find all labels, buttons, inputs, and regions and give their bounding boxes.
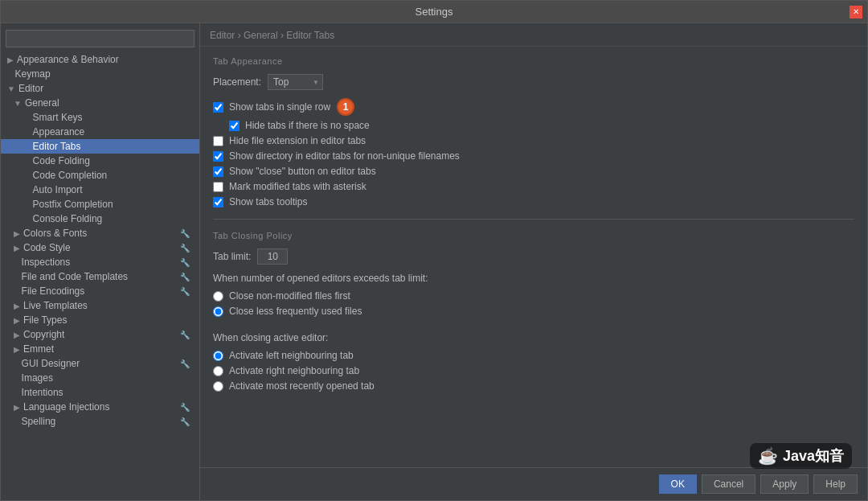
sidebar-label: Code Style [23,242,71,253]
tab-limit-input[interactable] [257,248,288,265]
checkbox-row-show-directory: Show directory in editor tabs for non-un… [213,150,854,162]
radio-close-less-frequent[interactable] [213,306,223,317]
button-bar: OK Cancel Apply Help [200,467,867,500]
title-bar: Settings ✕ [1,1,867,23]
sidebar-item-general[interactable]: ▼General [1,96,199,110]
tab-limit-label: Tab limit: [213,251,251,262]
section-divider-1 [213,219,854,220]
sidebar-label: Code Completion [33,170,108,181]
sidebar-item-intentions[interactable]: Intentions [1,385,199,400]
watermark: ☕ Java知音 [750,443,852,469]
close-button[interactable]: ✕ [850,6,862,18]
wrench-icon: 🔧 [180,287,190,296]
sidebar-item-code-style[interactable]: ▶Code Style🔧 [1,240,199,255]
radio-label-activate-recent[interactable]: Activate most recently opened tab [229,380,375,392]
sidebar-label: Copyright [23,329,64,340]
radio-row-close-non-modified: Close non-modified files first [213,290,854,302]
sidebar-item-inspections[interactable]: Inspections🔧 [1,255,199,269]
sidebar-item-file-code-templates[interactable]: File and Code Templates🔧 [1,269,199,284]
sidebar-item-language-injections[interactable]: ▶Language Injections🔧 [1,400,199,414]
checkbox-hide-no-space[interactable] [229,121,240,131]
apply-button[interactable]: Apply [760,474,809,494]
arrow-icon: ▼ [7,84,15,93]
radio-row-activate-recent: Activate most recently opened tab [213,380,854,392]
radio-label-activate-left[interactable]: Activate left neighbouring tab [229,350,354,361]
arrow-icon: ▶ [14,302,20,310]
checkbox-row-hide-no-space: Hide tabs if there is no space [213,120,854,131]
wrench-icon: 🔧 [180,359,190,368]
help-button[interactable]: Help [813,474,858,494]
sidebar-item-auto-import[interactable]: Auto Import [1,183,199,197]
settings-window: Settings ✕ ▶Appearance & Behavior Keymap… [0,0,868,501]
sidebar-label: Colors & Fonts [23,228,87,239]
watermark-text: Java知音 [783,446,844,466]
sidebar-item-images[interactable]: Images [1,371,199,385]
checkbox-row-single-row: Show tabs in single row1 [213,98,854,116]
placement-select-wrapper[interactable]: TopBottomLeftRightNone [268,74,323,90]
sidebar-item-spelling[interactable]: Spelling🔧 [1,414,199,429]
tab-appearance-section: Tab Appearance Placement: TopBottomLeftR… [213,56,854,207]
checkbox-label-show-close[interactable]: Show "close" button on editor tabs [229,166,376,177]
radio-label-close-non-modified[interactable]: Close non-modified files first [229,290,350,302]
checkbox-label-single-row[interactable]: Show tabs in single row [229,101,330,113]
breadcrumb: Editor › General › Editor Tabs [200,23,867,47]
sidebar-label: Keymap [15,68,51,80]
checkbox-hide-extension[interactable] [213,136,223,146]
sidebar-item-code-folding[interactable]: Code Folding [1,154,199,168]
sidebar-item-copyright[interactable]: ▶Copyright🔧 [1,327,199,342]
sidebar-item-colors-fonts[interactable]: ▶Colors & Fonts🔧 [1,226,199,240]
arrow-icon: ▶ [14,316,20,325]
when-exceeds-label: When number of opened editors exceeds ta… [213,273,854,284]
ok-button[interactable]: OK [659,474,697,494]
sidebar-item-appearance[interactable]: Appearance [1,125,199,139]
checkbox-single-row[interactable] [213,102,223,113]
radio-close-non-modified[interactable] [213,291,223,302]
sidebar-item-postfix-completion[interactable]: Postfix Completion [1,197,199,211]
search-input[interactable] [6,30,194,47]
tab-closing-policy-section: Tab Closing Policy Tab limit: When numbe… [213,231,854,392]
checkbox-label-show-directory[interactable]: Show directory in editor tabs for non-un… [229,150,460,162]
wrench-icon: 🔧 [180,229,190,238]
sidebar-item-emmet[interactable]: ▶Emmet [1,342,199,356]
checkbox-label-hide-no-space[interactable]: Hide tabs if there is no space [245,120,370,131]
arrow-icon: ▼ [14,99,22,108]
sidebar-item-smart-keys[interactable]: Smart Keys [1,110,199,125]
sidebar-item-appearance-behavior[interactable]: ▶Appearance & Behavior [1,52,199,67]
sidebar-label: Language Injections [23,401,109,413]
checkbox-mark-modified[interactable] [213,182,223,192]
sidebar-nav: ▶Appearance & Behavior Keymap▼Editor▼Gen… [1,52,199,429]
checkbox-label-hide-extension[interactable]: Hide file extension in editor tabs [229,135,366,146]
checkbox-label-mark-modified[interactable]: Mark modified tabs with asterisk [229,181,366,192]
sidebar-item-editor[interactable]: ▼Editor [1,81,199,96]
sidebar-item-keymap[interactable]: Keymap [1,67,199,81]
wrench-icon: 🔧 [180,273,190,281]
cancel-button[interactable]: Cancel [702,474,755,494]
radio-row-activate-right: Activate right neighbouring tab [213,365,854,376]
radio-label-close-less-frequent[interactable]: Close less frequently used files [229,306,362,317]
checkbox-label-show-tooltips[interactable]: Show tabs tooltips [229,196,307,207]
wrench-icon: 🔧 [180,331,190,339]
radio-activate-recent[interactable] [213,381,223,392]
tab-closing-policy-title: Tab Closing Policy [213,231,854,240]
radio-label-activate-right[interactable]: Activate right neighbouring tab [229,365,359,376]
sidebar-label: Appearance [33,126,85,138]
sidebar-item-console-folding[interactable]: Console Folding [1,211,199,226]
sidebar-item-file-types[interactable]: ▶File Types [1,313,199,327]
radio-activate-right[interactable] [213,366,223,376]
checkbox-show-directory[interactable] [213,151,223,162]
sidebar-item-file-encodings[interactable]: File Encodings🔧 [1,284,199,298]
watermark-icon: ☕ [758,446,778,466]
sidebar-item-live-templates[interactable]: ▶Live Templates [1,298,199,313]
sidebar-item-gui-designer[interactable]: GUI Designer🔧 [1,356,199,371]
window-title: Settings [416,6,453,18]
radio-activate-left[interactable] [213,351,223,361]
checkbox-show-close[interactable] [213,166,223,177]
checkbox-show-tooltips[interactable] [213,197,223,207]
placement-select[interactable]: TopBottomLeftRightNone [268,74,323,90]
sidebar: ▶Appearance & Behavior Keymap▼Editor▼Gen… [1,23,200,500]
sidebar-label: Intentions [22,387,63,398]
sidebar-label: Inspections [22,257,71,268]
radio-row-activate-left: Activate left neighbouring tab [213,350,854,361]
sidebar-item-editor-tabs[interactable]: Editor Tabs [1,139,199,154]
sidebar-item-code-completion[interactable]: Code Completion [1,168,199,183]
